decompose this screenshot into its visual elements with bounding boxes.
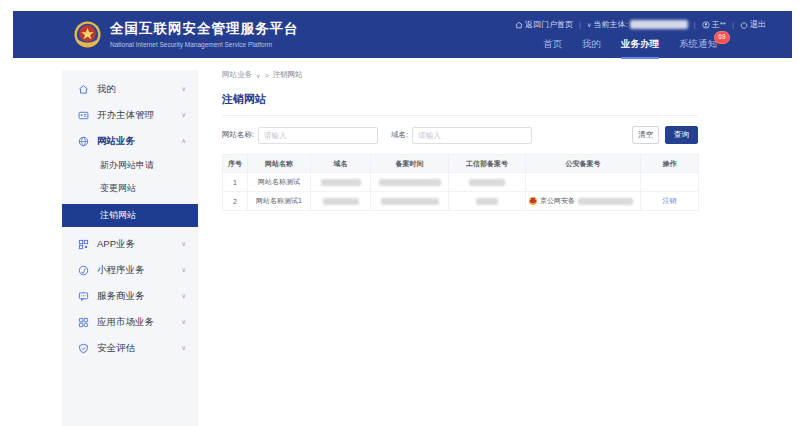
sidebar-item-label: 应用市场业务 [97, 316, 181, 329]
user-menu[interactable]: 王** [702, 19, 726, 30]
nav-tab-mine[interactable]: 我的 [582, 38, 601, 59]
redacted-value [578, 198, 633, 205]
deregister-link[interactable]: 注销 [663, 197, 677, 204]
clear-button[interactable]: 清空 [632, 126, 659, 144]
portal-home-label: 返回门户首页 [525, 19, 573, 30]
cell-police-number [526, 173, 641, 192]
sidebar-item-miniprogram-business[interactable]: 小程序业务 ∨ [62, 257, 198, 283]
breadcrumb-parent[interactable]: 网站业务 [222, 70, 252, 80]
domain-input[interactable] [412, 127, 532, 144]
sidebar-item-service-provider-business[interactable]: 服务商业务 ∨ [62, 283, 198, 309]
sidebar-subitem-new-website-application[interactable]: 新办网站申请 [62, 154, 198, 177]
power-icon [740, 21, 748, 29]
table-row: 2 网站名称测试1 京公网安备 注销 [223, 192, 699, 211]
cell-index: 1 [223, 173, 248, 192]
cell-actions [641, 173, 699, 192]
col-header-miit-number: 工信部备案号 [449, 155, 526, 173]
main-content: 网站业务 ∨ > 注销网站 注销网站 网站名称: 域名: 清空 查询 序号 网站… [222, 70, 698, 211]
col-header-record-time: 备案时间 [371, 155, 449, 173]
nav-tab-label: 系统通知 [679, 38, 717, 49]
site-name-input[interactable] [258, 127, 378, 144]
cell-actions: 注销 [641, 192, 699, 211]
page-title: 注销网站 [222, 92, 698, 107]
cell-record-time [371, 192, 449, 211]
nav-tab-label: 我的 [582, 38, 601, 49]
police-badge-icon [529, 197, 537, 205]
sidebar-item-label: 我的 [97, 83, 181, 96]
cell-record-time [371, 173, 449, 192]
redacted-subject-name [630, 20, 688, 29]
sidebar-menu: 我的 ∨ 开办主体管理 ∨ 网站业务 ∧ 新办网站申请 变更网站 注销网站 AP… [62, 70, 198, 426]
sidebar-item-label: 小程序业务 [97, 264, 181, 277]
sidebar-subitem-label: 新办网站申请 [100, 159, 154, 172]
top-header-bar: 全国互联网安全管理服务平台 National Internet Security… [13, 11, 792, 58]
search-button[interactable]: 查询 [665, 126, 698, 144]
sidebar-item-security-assessment[interactable]: 安全评估 ∨ [62, 335, 198, 361]
cell-police-number: 京公网安备 [526, 192, 641, 211]
police-record-prefix: 京公网安备 [540, 196, 575, 206]
globe-icon [78, 136, 89, 147]
nav-tab-business[interactable]: 业务办理 [621, 38, 659, 59]
primary-nav: 首页 我的 业务办理 系统通知 69 [543, 38, 717, 59]
chevron-down-icon: ∨ [181, 240, 186, 248]
col-header-site-name: 网站名称 [248, 155, 311, 173]
cell-domain [311, 192, 371, 211]
sidebar-item-label: 安全评估 [97, 342, 181, 355]
chevron-down-icon: ∨ [181, 344, 186, 352]
divider [222, 115, 698, 116]
cell-site-name: 网站名称测试1 [248, 192, 311, 211]
sidebar-subitem-change-website[interactable]: 变更网站 [62, 177, 198, 200]
redacted-value [323, 198, 359, 205]
redacted-value [469, 179, 505, 186]
chevron-down-icon: ∨ [181, 318, 186, 326]
current-subject-label: 当前主体: [593, 19, 627, 30]
divider: | [732, 20, 734, 29]
current-subject-dropdown[interactable]: ∨ 当前主体: [587, 19, 688, 30]
username-masked: 王** [712, 19, 726, 30]
nav-tab-notifications[interactable]: 系统通知 69 [679, 38, 717, 59]
sidebar-subitem-label: 注销网站 [100, 209, 136, 222]
sidebar-item-mine[interactable]: 我的 ∨ [62, 76, 198, 102]
breadcrumb-separator: > [264, 71, 268, 80]
col-header-domain: 域名 [311, 155, 371, 173]
sidebar-item-website-business[interactable]: 网站业务 ∧ [62, 128, 198, 154]
police-record-value: 京公网安备 [526, 196, 640, 206]
chevron-down-icon: ∨ [181, 85, 186, 93]
chevron-down-icon: ∨ [181, 292, 186, 300]
cell-domain [311, 173, 371, 192]
nav-tab-home[interactable]: 首页 [543, 38, 562, 59]
sidebar-item-app-business[interactable]: APP业务 ∨ [62, 231, 198, 257]
table-header-row: 序号 网站名称 域名 备案时间 工信部备案号 公安备案号 操作 [223, 155, 699, 173]
home-icon [515, 21, 523, 29]
app-market-icon [78, 317, 89, 328]
chevron-down-icon: ∨ [587, 21, 591, 28]
id-card-icon [78, 110, 89, 121]
domain-filter-label: 域名: [391, 130, 408, 140]
cell-miit-number [449, 173, 526, 192]
chevron-down-icon: ∨ [181, 111, 186, 119]
nav-tab-label: 业务办理 [621, 38, 659, 49]
chevron-down-icon: ∨ [181, 266, 186, 274]
sidebar-subitem-label: 变更网站 [100, 182, 136, 195]
filter-bar: 网站名称: 域名: 清空 查询 [222, 125, 698, 145]
site-name-filter-label: 网站名称: [222, 130, 254, 140]
chevron-down-icon[interactable]: ∨ [256, 72, 260, 79]
cell-index: 2 [223, 192, 248, 211]
nav-tab-label: 首页 [543, 38, 562, 49]
shield-icon [78, 343, 89, 354]
logout-label: 退出 [750, 19, 766, 30]
sidebar-item-label: APP业务 [97, 238, 181, 251]
portal-home-link[interactable]: 返回门户首页 [515, 19, 573, 30]
sidebar-item-app-market-business[interactable]: 应用市场业务 ∨ [62, 309, 198, 335]
logout-button[interactable]: 退出 [740, 19, 766, 30]
sidebar-subitem-deregister-website[interactable]: 注销网站 [62, 204, 198, 227]
redacted-value [476, 198, 498, 205]
miniprogram-icon [78, 265, 89, 276]
cell-site-name: 网站名称测试 [248, 173, 311, 192]
redacted-value [381, 198, 439, 205]
cell-miit-number [449, 192, 526, 211]
header-utility-links: 返回门户首页 | ∨ 当前主体: | 王** | 退出 [515, 19, 766, 30]
sidebar-item-subject-management[interactable]: 开办主体管理 ∨ [62, 102, 198, 128]
sidebar-item-label: 网站业务 [97, 135, 181, 148]
chat-icon [78, 291, 89, 302]
